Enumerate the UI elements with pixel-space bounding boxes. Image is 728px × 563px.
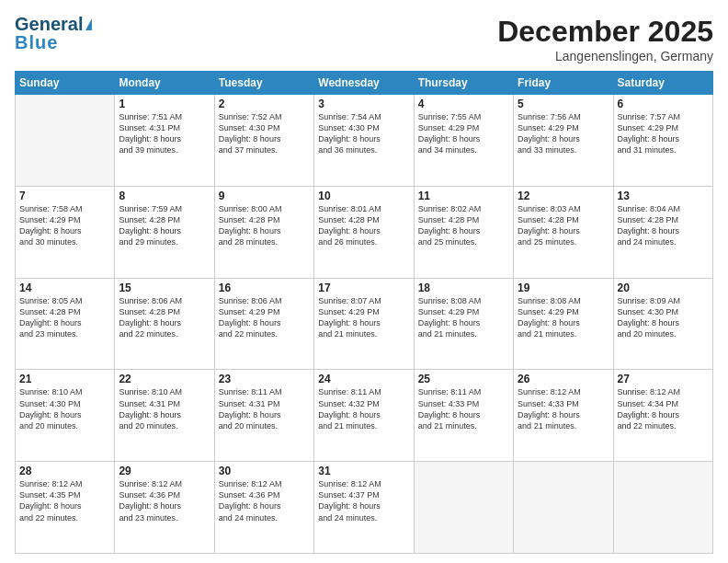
- day-info: Sunrise: 7:59 AM Sunset: 4:28 PM Dayligh…: [119, 203, 210, 248]
- day-number: 23: [219, 373, 310, 385]
- calendar-cell: 12Sunrise: 8:03 AM Sunset: 4:28 PM Dayli…: [514, 186, 613, 278]
- day-number: 17: [318, 282, 409, 294]
- col-sunday: Sunday: [16, 72, 115, 95]
- calendar-week-row: 1Sunrise: 7:51 AM Sunset: 4:31 PM Daylig…: [16, 95, 713, 187]
- calendar-cell: 23Sunrise: 8:11 AM Sunset: 4:31 PM Dayli…: [214, 370, 313, 462]
- day-info: Sunrise: 8:11 AM Sunset: 4:33 PM Dayligh…: [418, 386, 509, 431]
- day-number: 30: [219, 465, 310, 477]
- day-info: Sunrise: 8:12 AM Sunset: 4:33 PM Dayligh…: [518, 386, 609, 431]
- calendar-cell: 14Sunrise: 8:05 AM Sunset: 4:28 PM Dayli…: [16, 278, 115, 370]
- day-info: Sunrise: 8:09 AM Sunset: 4:30 PM Dayligh…: [618, 295, 709, 340]
- logo-blue: Blue: [15, 33, 92, 52]
- logo-general: General: [15, 15, 83, 33]
- day-info: Sunrise: 7:52 AM Sunset: 4:30 PM Dayligh…: [219, 111, 310, 156]
- calendar-cell: 24Sunrise: 8:11 AM Sunset: 4:32 PM Dayli…: [314, 370, 414, 462]
- day-info: Sunrise: 7:51 AM Sunset: 4:31 PM Dayligh…: [119, 111, 210, 156]
- calendar-cell: 3Sunrise: 7:54 AM Sunset: 4:30 PM Daylig…: [314, 95, 414, 187]
- calendar-cell: 5Sunrise: 7:56 AM Sunset: 4:29 PM Daylig…: [514, 95, 613, 187]
- calendar-cell: 31Sunrise: 8:12 AM Sunset: 4:37 PM Dayli…: [314, 462, 414, 554]
- calendar-cell: 16Sunrise: 8:06 AM Sunset: 4:29 PM Dayli…: [214, 278, 313, 370]
- day-number: 21: [19, 373, 110, 385]
- calendar-cell: 27Sunrise: 8:12 AM Sunset: 4:34 PM Dayli…: [613, 370, 712, 462]
- day-info: Sunrise: 8:05 AM Sunset: 4:28 PM Dayligh…: [19, 295, 110, 340]
- calendar-cell: 10Sunrise: 8:01 AM Sunset: 4:28 PM Dayli…: [314, 186, 414, 278]
- calendar-cell: 22Sunrise: 8:10 AM Sunset: 4:31 PM Dayli…: [115, 370, 214, 462]
- day-info: Sunrise: 8:00 AM Sunset: 4:28 PM Dayligh…: [219, 203, 310, 248]
- calendar-week-row: 7Sunrise: 7:58 AM Sunset: 4:29 PM Daylig…: [16, 186, 713, 278]
- calendar-cell: 13Sunrise: 8:04 AM Sunset: 4:28 PM Dayli…: [613, 186, 712, 278]
- location-subtitle: Langenenslingen, Germany: [497, 49, 713, 63]
- day-info: Sunrise: 8:12 AM Sunset: 4:35 PM Dayligh…: [19, 478, 110, 523]
- day-number: 18: [418, 282, 509, 294]
- day-number: 29: [119, 465, 210, 477]
- day-info: Sunrise: 8:12 AM Sunset: 4:36 PM Dayligh…: [119, 478, 210, 523]
- day-number: 27: [618, 373, 709, 385]
- col-monday: Monday: [115, 72, 214, 95]
- day-info: Sunrise: 8:02 AM Sunset: 4:28 PM Dayligh…: [418, 203, 509, 248]
- day-number: 11: [418, 190, 509, 202]
- day-number: 1: [119, 98, 210, 110]
- day-number: 15: [119, 282, 210, 294]
- col-friday: Friday: [514, 72, 613, 95]
- title-area: December 2025 Langenenslingen, Germany: [497, 15, 713, 63]
- day-info: Sunrise: 7:55 AM Sunset: 4:29 PM Dayligh…: [418, 111, 509, 156]
- day-info: Sunrise: 8:10 AM Sunset: 4:30 PM Dayligh…: [19, 386, 110, 431]
- col-wednesday: Wednesday: [314, 72, 414, 95]
- day-number: 22: [119, 373, 210, 385]
- logo: General Blue: [15, 15, 92, 52]
- calendar-cell: 20Sunrise: 8:09 AM Sunset: 4:30 PM Dayli…: [613, 278, 712, 370]
- calendar-week-row: 14Sunrise: 8:05 AM Sunset: 4:28 PM Dayli…: [16, 278, 713, 370]
- calendar-cell: [613, 462, 712, 554]
- day-number: 19: [518, 282, 609, 294]
- calendar-cell: 19Sunrise: 8:08 AM Sunset: 4:29 PM Dayli…: [514, 278, 613, 370]
- day-number: 14: [19, 282, 110, 294]
- day-number: 5: [518, 98, 609, 110]
- calendar-table: Sunday Monday Tuesday Wednesday Thursday…: [15, 71, 713, 554]
- calendar-cell: 11Sunrise: 8:02 AM Sunset: 4:28 PM Dayli…: [414, 186, 513, 278]
- day-number: 4: [418, 98, 509, 110]
- calendar-week-row: 21Sunrise: 8:10 AM Sunset: 4:30 PM Dayli…: [16, 370, 713, 462]
- calendar-cell: 30Sunrise: 8:12 AM Sunset: 4:36 PM Dayli…: [214, 462, 313, 554]
- month-title: December 2025: [497, 15, 713, 49]
- calendar-cell: 1Sunrise: 7:51 AM Sunset: 4:31 PM Daylig…: [115, 95, 214, 187]
- logo-arrow-icon: [85, 18, 92, 30]
- day-info: Sunrise: 8:01 AM Sunset: 4:28 PM Dayligh…: [318, 203, 409, 248]
- day-info: Sunrise: 8:06 AM Sunset: 4:28 PM Dayligh…: [119, 295, 210, 340]
- calendar-cell: [414, 462, 513, 554]
- day-info: Sunrise: 8:12 AM Sunset: 4:34 PM Dayligh…: [618, 386, 709, 431]
- calendar-cell: 6Sunrise: 7:57 AM Sunset: 4:29 PM Daylig…: [613, 95, 712, 187]
- calendar-cell: 21Sunrise: 8:10 AM Sunset: 4:30 PM Dayli…: [16, 370, 115, 462]
- col-saturday: Saturday: [613, 72, 712, 95]
- calendar-cell: 25Sunrise: 8:11 AM Sunset: 4:33 PM Dayli…: [414, 370, 513, 462]
- day-number: 12: [518, 190, 609, 202]
- day-number: 2: [219, 98, 310, 110]
- day-number: 28: [19, 465, 110, 477]
- calendar-body: 1Sunrise: 7:51 AM Sunset: 4:31 PM Daylig…: [16, 95, 713, 554]
- day-number: 31: [318, 465, 409, 477]
- calendar-cell: 9Sunrise: 8:00 AM Sunset: 4:28 PM Daylig…: [214, 186, 313, 278]
- day-info: Sunrise: 8:04 AM Sunset: 4:28 PM Dayligh…: [618, 203, 709, 248]
- day-info: Sunrise: 8:07 AM Sunset: 4:29 PM Dayligh…: [318, 295, 409, 340]
- calendar-cell: 26Sunrise: 8:12 AM Sunset: 4:33 PM Dayli…: [514, 370, 613, 462]
- day-info: Sunrise: 8:12 AM Sunset: 4:37 PM Dayligh…: [318, 478, 409, 523]
- day-number: 6: [618, 98, 709, 110]
- calendar-cell: 28Sunrise: 8:12 AM Sunset: 4:35 PM Dayli…: [16, 462, 115, 554]
- day-number: 16: [219, 282, 310, 294]
- day-number: 13: [618, 190, 709, 202]
- day-info: Sunrise: 7:54 AM Sunset: 4:30 PM Dayligh…: [318, 111, 409, 156]
- calendar-header-row: Sunday Monday Tuesday Wednesday Thursday…: [16, 72, 713, 95]
- page-container: General Blue December 2025 Langenensling…: [0, 0, 728, 563]
- day-info: Sunrise: 7:57 AM Sunset: 4:29 PM Dayligh…: [618, 111, 709, 156]
- calendar-cell: 29Sunrise: 8:12 AM Sunset: 4:36 PM Dayli…: [115, 462, 214, 554]
- day-number: 7: [19, 190, 110, 202]
- day-number: 26: [518, 373, 609, 385]
- day-info: Sunrise: 8:12 AM Sunset: 4:36 PM Dayligh…: [219, 478, 310, 523]
- header: General Blue December 2025 Langenensling…: [15, 15, 713, 63]
- calendar-cell: [16, 95, 115, 187]
- day-info: Sunrise: 8:11 AM Sunset: 4:31 PM Dayligh…: [219, 386, 310, 431]
- calendar-cell: 15Sunrise: 8:06 AM Sunset: 4:28 PM Dayli…: [115, 278, 214, 370]
- day-number: 3: [318, 98, 409, 110]
- calendar-cell: 8Sunrise: 7:59 AM Sunset: 4:28 PM Daylig…: [115, 186, 214, 278]
- day-info: Sunrise: 7:56 AM Sunset: 4:29 PM Dayligh…: [518, 111, 609, 156]
- day-number: 24: [318, 373, 409, 385]
